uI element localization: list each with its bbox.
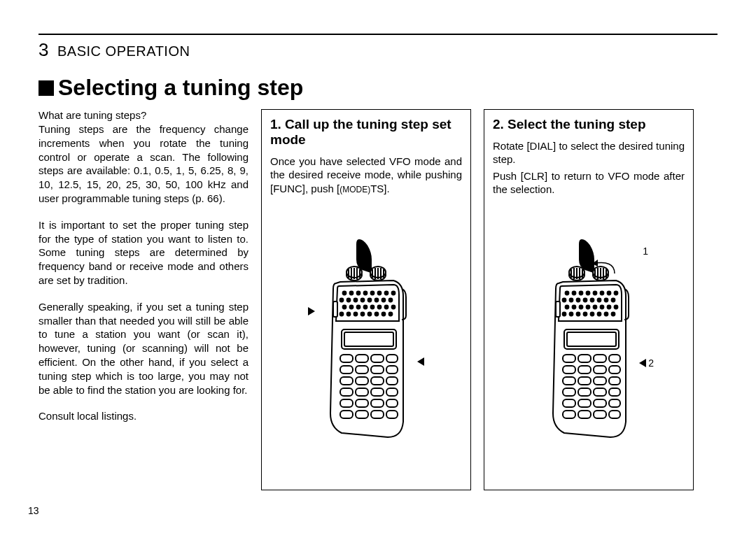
svg-rect-131 <box>563 377 575 385</box>
svg-point-109 <box>601 306 604 309</box>
svg-rect-122 <box>567 332 616 346</box>
step2-title: 2. Select the tuning step <box>493 117 685 132</box>
svg-rect-140 <box>578 399 591 407</box>
svg-rect-142 <box>609 399 620 407</box>
svg-rect-137 <box>594 388 606 396</box>
svg-point-91 <box>587 292 590 295</box>
svg-rect-120 <box>556 301 560 317</box>
step1-box: 1. Call up the tuning step set mode Once… <box>261 109 471 490</box>
svg-rect-50 <box>356 355 368 362</box>
svg-point-18 <box>371 291 374 294</box>
svg-point-89 <box>573 292 576 295</box>
svg-point-105 <box>573 306 576 309</box>
svg-point-27 <box>375 298 379 301</box>
svg-point-106 <box>580 306 583 309</box>
svg-point-35 <box>378 305 382 308</box>
chapter-label: BASIC OPERATION <box>57 43 190 59</box>
svg-point-111 <box>615 306 618 309</box>
step1-column: 1. Call up the tuning step set mode Once… <box>261 109 471 490</box>
svg-rect-125 <box>594 355 606 362</box>
svg-point-94 <box>608 292 611 295</box>
svg-rect-133 <box>594 377 606 385</box>
intro-p1: Tuning steps are the frequency change in… <box>38 122 248 206</box>
step1-title: 1. Call up the tuning step set mode <box>270 117 462 148</box>
chapter-header: 3 BASIC OPERATION <box>38 39 718 61</box>
step1-text-mode: (MODE) <box>340 185 370 194</box>
svg-rect-67 <box>371 399 384 407</box>
columns: What are tuning steps? Tuning steps are … <box>38 109 718 490</box>
svg-rect-59 <box>371 377 384 385</box>
step2-illustration: 1 2 <box>493 199 685 481</box>
svg-point-17 <box>364 291 368 294</box>
svg-point-112 <box>563 313 566 316</box>
svg-point-117 <box>598 313 601 316</box>
svg-rect-54 <box>356 366 368 374</box>
svg-rect-64 <box>386 388 398 396</box>
svg-point-43 <box>375 312 379 315</box>
svg-rect-139 <box>563 399 575 407</box>
svg-point-24 <box>354 298 358 301</box>
title-text: Selecting a tuning step <box>58 75 303 101</box>
callout-2-label: 2 <box>648 357 654 369</box>
svg-rect-46 <box>333 301 337 317</box>
svg-point-101 <box>598 299 601 302</box>
svg-rect-126 <box>609 355 620 362</box>
svg-point-42 <box>368 312 372 315</box>
intro-p3: Generally speaking, if you set a tuning … <box>38 300 248 397</box>
svg-rect-68 <box>386 399 398 407</box>
step2-text2: Push [CLR] to return to VFO mode after t… <box>493 169 685 197</box>
svg-point-37 <box>392 305 396 308</box>
svg-rect-63 <box>371 388 384 396</box>
svg-rect-65 <box>340 399 353 407</box>
svg-point-110 <box>608 306 611 309</box>
intro-p2: It is important to set the proper tuning… <box>38 218 248 287</box>
svg-point-28 <box>382 298 386 301</box>
svg-rect-135 <box>563 388 575 396</box>
svg-rect-138 <box>609 388 620 396</box>
svg-rect-55 <box>371 366 384 374</box>
svg-point-116 <box>591 313 594 316</box>
svg-point-33 <box>364 305 368 308</box>
manual-page: 3 BASIC OPERATION Selecting a tuning ste… <box>0 0 756 533</box>
page-number: 13 <box>28 505 39 516</box>
svg-rect-66 <box>356 399 368 407</box>
svg-point-23 <box>347 298 351 301</box>
svg-rect-52 <box>386 355 398 362</box>
svg-rect-61 <box>340 388 353 396</box>
callout-1: 1 <box>643 246 648 257</box>
svg-point-103 <box>612 299 615 302</box>
step1-text-b: TS]. <box>370 183 390 194</box>
callout-2: 2 <box>639 357 654 369</box>
step2-column: 2. Select the tuning step Rotate [DIAL] … <box>484 109 694 490</box>
svg-rect-146 <box>609 411 620 418</box>
svg-point-41 <box>361 312 365 315</box>
svg-rect-123 <box>563 355 575 362</box>
section-title: Selecting a tuning step <box>38 75 718 101</box>
svg-point-15 <box>350 291 354 294</box>
svg-rect-128 <box>578 366 591 374</box>
step1-text: Once you have selected VFO mode and the … <box>270 155 462 196</box>
svg-rect-69 <box>340 411 353 418</box>
svg-rect-56 <box>386 366 398 374</box>
svg-rect-53 <box>340 366 353 374</box>
svg-rect-129 <box>594 366 606 374</box>
radio-icon <box>321 239 412 441</box>
func-arrow-icon <box>308 307 315 315</box>
svg-point-45 <box>389 312 393 315</box>
svg-point-95 <box>615 292 618 295</box>
mode-arrow-icon <box>417 357 424 366</box>
svg-rect-57 <box>340 377 353 385</box>
svg-rect-51 <box>371 355 384 362</box>
svg-point-44 <box>382 312 386 315</box>
svg-point-99 <box>584 299 587 302</box>
svg-point-108 <box>594 306 597 309</box>
svg-point-97 <box>570 299 573 302</box>
svg-point-102 <box>605 299 608 302</box>
radio-icon <box>543 239 634 441</box>
svg-point-22 <box>340 298 344 301</box>
step2-text1: Rotate [DIAL] to select the desired tuni… <box>493 139 685 166</box>
svg-point-118 <box>605 313 608 316</box>
svg-point-104 <box>566 306 569 309</box>
svg-rect-60 <box>386 377 398 385</box>
svg-point-36 <box>385 305 388 308</box>
